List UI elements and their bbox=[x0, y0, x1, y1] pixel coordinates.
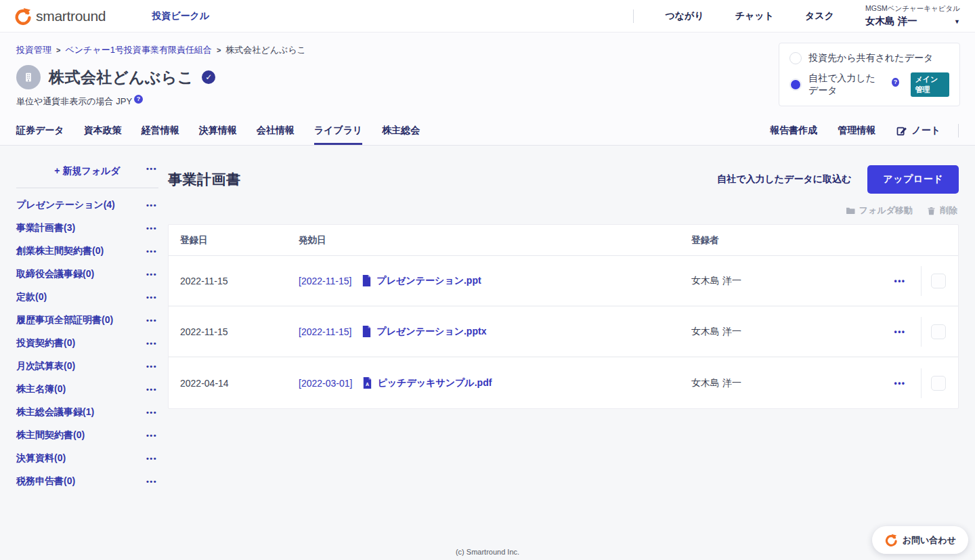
user-menu[interactable]: MGSMベンチャーキャピタル 女木島 洋一 ▼ bbox=[865, 4, 960, 28]
smartround-swoosh-icon bbox=[14, 7, 31, 25]
breadcrumb-fund[interactable]: ベンチャー1号投資事業有限責任組合 bbox=[65, 44, 211, 56]
sidebar-folder[interactable]: 株主総会議事録(1)••• bbox=[16, 401, 158, 424]
row-divider bbox=[921, 266, 922, 296]
row-checkbox[interactable] bbox=[931, 376, 946, 391]
row-checkbox[interactable] bbox=[931, 274, 946, 288]
sidebar-folder[interactable]: 履歴事項全部証明書(0)••• bbox=[16, 309, 158, 332]
sidebar-folder[interactable]: 投資契約書(0)••• bbox=[16, 332, 158, 355]
tab-library[interactable]: ライブラリ bbox=[314, 116, 363, 145]
smartround-logo[interactable]: smartround bbox=[14, 7, 106, 25]
move-folder-button[interactable]: フォルダ移動 bbox=[845, 204, 913, 217]
radio-own-data[interactable] bbox=[789, 79, 802, 91]
kebab-menu-icon[interactable]: ••• bbox=[890, 327, 910, 337]
help-icon[interactable]: ? bbox=[892, 78, 898, 87]
registered-date: 2022-11-15 bbox=[180, 326, 299, 337]
kebab-menu-icon[interactable]: ••• bbox=[146, 201, 157, 209]
sidebar-folder-active[interactable]: 事業計画書(3)••• bbox=[16, 217, 158, 240]
nav-investment-vehicle[interactable]: 投資ビークル bbox=[152, 10, 209, 22]
help-icon[interactable]: ? bbox=[134, 95, 143, 104]
row-checkbox[interactable] bbox=[931, 324, 946, 339]
kebab-menu-icon[interactable]: ••• bbox=[146, 316, 157, 324]
report-create-button[interactable]: 報告書作成 bbox=[770, 116, 817, 145]
verified-check-icon: ✓ bbox=[202, 70, 215, 84]
sidebar-folder[interactable]: 株主間契約書(0)••• bbox=[16, 424, 158, 447]
folder-label: 株主総会議事録(1) bbox=[16, 406, 94, 417]
top-nav: smartround 投資ビークル つながり チャット タスク MGSMベンチャ… bbox=[0, 0, 975, 33]
sidebar-folder[interactable]: 取締役会議事録(0)••• bbox=[16, 263, 158, 286]
registered-date: 2022-11-15 bbox=[180, 276, 299, 286]
kebab-menu-icon[interactable]: ••• bbox=[146, 454, 157, 462]
effective-date-link[interactable]: [2022-11-15] bbox=[299, 276, 351, 286]
note-label: ノート bbox=[911, 125, 940, 137]
kebab-menu-icon[interactable]: ••• bbox=[146, 270, 157, 278]
col-header-effective: 発効日 bbox=[299, 234, 691, 246]
folder-label: プレゼンテーション(4) bbox=[16, 199, 115, 210]
breadcrumb-separator-icon: > bbox=[56, 46, 60, 54]
folder-label: 株主名簿(0) bbox=[16, 383, 66, 394]
sidebar-folder[interactable]: 定款(0)••• bbox=[16, 286, 158, 309]
kebab-menu-icon[interactable]: ••• bbox=[890, 379, 910, 388]
import-to-own-data-link[interactable]: 自社で入力したデータに取込む bbox=[717, 173, 851, 186]
library-main: 事業計画書 自社で入力したデータに取込む アップロード フォルダ移動 削除 登録… bbox=[168, 160, 959, 493]
file-link[interactable]: プレゼンテーション.ppt bbox=[362, 275, 481, 287]
sidebar-folder[interactable]: 創業株主間契約書(0)••• bbox=[16, 240, 158, 263]
kebab-menu-icon[interactable]: ••• bbox=[146, 293, 157, 301]
breadcrumb-investment-management[interactable]: 投資管理 bbox=[16, 44, 51, 56]
logo-text: smartround bbox=[36, 8, 106, 24]
kebab-menu-icon[interactable]: ••• bbox=[146, 431, 157, 439]
sidebar-folder[interactable]: 税務申告書(0)••• bbox=[16, 470, 158, 493]
nav-connections[interactable]: つながり bbox=[665, 10, 703, 22]
kebab-menu-icon[interactable]: ••• bbox=[146, 247, 157, 255]
user-organization: MGSMベンチャーキャピタル bbox=[865, 4, 960, 14]
contact-label: お問い合わせ bbox=[903, 534, 956, 546]
kebab-menu-icon[interactable]: ••• bbox=[146, 165, 157, 173]
kebab-menu-icon[interactable]: ••• bbox=[890, 276, 910, 286]
nav-divider bbox=[633, 9, 634, 23]
contact-button[interactable]: お問い合わせ bbox=[872, 526, 968, 554]
nav-tasks[interactable]: タスク bbox=[805, 10, 834, 22]
file-link[interactable]: A ピッチデッキサンプル.pdf bbox=[362, 377, 492, 389]
file-name: プレゼンテーション.pptx bbox=[376, 326, 486, 338]
radio-shared-data[interactable] bbox=[789, 52, 802, 64]
tab-shareholders-meeting[interactable]: 株主総会 bbox=[382, 116, 420, 145]
folder-label: 投資契約書(0) bbox=[16, 337, 75, 348]
kebab-menu-icon[interactable]: ••• bbox=[146, 224, 157, 232]
management-info-button[interactable]: 管理情報 bbox=[838, 116, 875, 145]
delete-label: 削除 bbox=[940, 204, 957, 217]
tab-capital-policy[interactable]: 資本政策 bbox=[84, 116, 122, 145]
sidebar-folder[interactable]: プレゼンテーション(4)••• bbox=[16, 194, 158, 217]
svg-text:A: A bbox=[366, 382, 369, 387]
tab-company-info[interactable]: 会社情報 bbox=[257, 116, 295, 145]
kebab-menu-icon[interactable]: ••• bbox=[146, 339, 157, 347]
sidebar-folder[interactable]: 決算資料(0)••• bbox=[16, 447, 158, 470]
tab-financial-results[interactable]: 決算情報 bbox=[199, 116, 237, 145]
breadcrumb-current: 株式会社どんぶらこ bbox=[225, 44, 306, 56]
tab-management-info[interactable]: 経営情報 bbox=[142, 116, 179, 145]
kebab-menu-icon[interactable]: ••• bbox=[146, 362, 157, 370]
effective-date-link[interactable]: [2022-03-01] bbox=[299, 378, 352, 389]
pdf-file-icon: A bbox=[362, 377, 372, 389]
folder-label: 取締役会議事録(0) bbox=[16, 268, 94, 279]
upload-button[interactable]: アップロード bbox=[867, 165, 959, 194]
currency-note: 単位や通貨非表示の場合 JPY bbox=[16, 95, 132, 108]
new-folder-button[interactable]: + 新規フォルダ bbox=[54, 165, 120, 176]
effective-date-link[interactable]: [2022-11-15] bbox=[299, 326, 351, 337]
file-name: ピッチデッキサンプル.pdf bbox=[377, 377, 492, 389]
nav-chat[interactable]: チャット bbox=[735, 10, 774, 22]
kebab-menu-icon[interactable]: ••• bbox=[146, 408, 157, 416]
report-create-label: 報告書作成 bbox=[770, 125, 817, 137]
tab-securities-data[interactable]: 証券データ bbox=[16, 116, 64, 145]
sidebar-folder[interactable]: 株主名簿(0)••• bbox=[16, 378, 158, 401]
registrant-name: 女木島 洋一 bbox=[691, 275, 890, 287]
folder-label: 履歴事項全部証明書(0) bbox=[16, 314, 113, 325]
page-title-company-name: 株式会社どんぶらこ bbox=[49, 67, 194, 88]
sidebar-folder[interactable]: 月次試算表(0)••• bbox=[16, 355, 158, 378]
folder-label: 株主間契約書(0) bbox=[16, 429, 85, 440]
delete-button[interactable]: 削除 bbox=[926, 204, 957, 217]
note-button[interactable]: ノート bbox=[896, 116, 940, 145]
radio-own-data-label: 自社で入力したデータ bbox=[808, 72, 883, 97]
file-link[interactable]: プレゼンテーション.pptx bbox=[362, 326, 486, 338]
kebab-menu-icon[interactable]: ••• bbox=[146, 477, 157, 486]
kebab-menu-icon[interactable]: ••• bbox=[146, 385, 157, 393]
company-header: 投資管理 > ベンチャー1号投資事業有限責任組合 > 株式会社どんぶらこ 株式会… bbox=[0, 33, 975, 116]
